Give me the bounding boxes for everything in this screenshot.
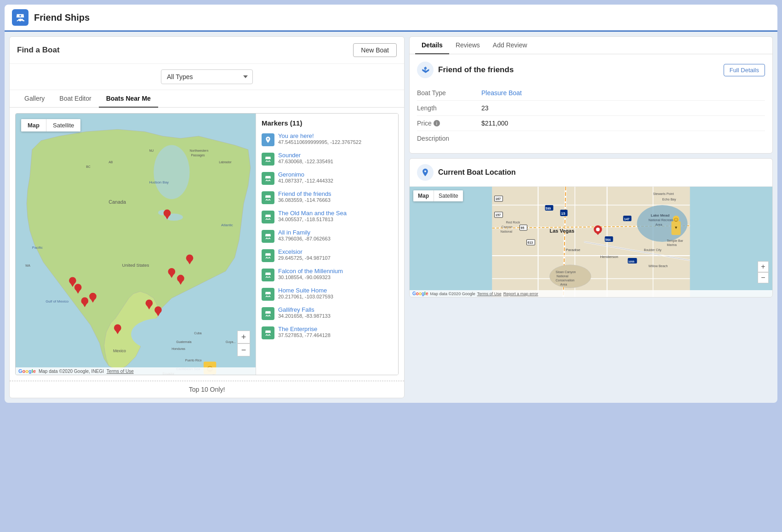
- location-google-logo: Google: [412, 291, 428, 296]
- location-terms-link[interactable]: Terms of Use: [477, 292, 502, 296]
- right-panel: Details Reviews Add Review: [409, 36, 773, 398]
- tab-gallery[interactable]: Gallery: [17, 90, 52, 108]
- svg-text:Willow Beach: Willow Beach: [649, 264, 668, 268]
- svg-text:Mexico: Mexico: [113, 349, 126, 353]
- svg-text:WA: WA: [25, 264, 30, 267]
- marker-item-old-man-sea[interactable]: The Old Man and the Sea 34.005537, -118.…: [262, 210, 393, 223]
- marker-item-sounder[interactable]: Sounder 47.630068, -122.335491: [262, 152, 393, 166]
- marker-item-excelsior[interactable]: Excelsior 29.645725, -94.987107: [262, 248, 393, 262]
- new-boat-button[interactable]: New Boat: [353, 43, 397, 57]
- marker-info-friend-of-friends: Friend of the friends 36.083559, -114.76…: [278, 190, 331, 203]
- price-info-icon[interactable]: i: [434, 120, 440, 126]
- marker-item-falcon[interactable]: Falcon of the Millennium 30.108554, -90.…: [262, 268, 393, 281]
- location-map-view-controls: Map Satellite: [413, 190, 463, 201]
- location-report-link[interactable]: Report a map error: [503, 292, 538, 296]
- map-zoom-controls: + −: [237, 331, 250, 356]
- google-logo: Google: [18, 368, 36, 374]
- marker-item-geronimo[interactable]: Geronimo 41.087337, -112.444332: [262, 171, 393, 185]
- location-zoom-out-button[interactable]: −: [758, 272, 769, 283]
- zoom-out-button[interactable]: −: [237, 343, 250, 356]
- marker-name-home-suite-home[interactable]: Home Suite Home: [278, 287, 333, 294]
- svg-text:95: 95: [521, 226, 525, 229]
- location-map-data: Map data ©2020 Google: [430, 292, 475, 296]
- app-header: Friend Ships: [5, 5, 777, 32]
- ship-icon: [15, 12, 25, 23]
- filter-bar: All Types Pleasure Boat Sailboat Yacht F…: [10, 64, 404, 90]
- markers-title: Markers (11): [262, 119, 393, 127]
- top10-label: Top 10 Only!: [189, 386, 225, 393]
- tab-add-review[interactable]: Add Review: [486, 37, 534, 54]
- terms-link[interactable]: Terms of Use: [107, 369, 134, 374]
- zoom-in-button[interactable]: +: [237, 331, 250, 343]
- boat-marker-icon-enterprise: [262, 326, 274, 339]
- boat-price-row: Price i $211,000: [417, 116, 765, 131]
- boat-type-value[interactable]: Pleasure Boat: [481, 89, 522, 97]
- svg-text:Cuba: Cuba: [194, 332, 202, 335]
- top10-bar: Top 10 Only!: [10, 381, 404, 398]
- marker-item-the-enterprise[interactable]: The Enterprise 37.527853, -77.464128: [262, 326, 393, 339]
- marker-name-geronimo[interactable]: Geronimo: [278, 171, 333, 178]
- svg-text:Pacific: Pacific: [32, 246, 43, 250]
- svg-text:Passages: Passages: [191, 154, 205, 157]
- location-zoom-in-button[interactable]: +: [758, 261, 769, 272]
- svg-text:15: 15: [561, 212, 565, 216]
- location-map-button[interactable]: Map: [413, 190, 434, 201]
- marker-coords-enterprise: 37.527853, -77.464128: [278, 332, 331, 338]
- marker-name-friend-of-friends[interactable]: Friend of the friends: [278, 190, 331, 197]
- tab-boat-editor[interactable]: Boat Editor: [52, 90, 98, 108]
- svg-text:Paradise: Paradise: [566, 248, 581, 252]
- tab-reviews[interactable]: Reviews: [449, 37, 486, 54]
- marker-info-old-man-sea: The Old Man and the Sea 34.005537, -118.…: [278, 210, 347, 222]
- svg-text:Northwestern: Northwestern: [190, 149, 209, 152]
- boat-description-label: Description: [417, 135, 481, 142]
- marker-name-old-man-sea[interactable]: The Old Man and the Sea: [278, 210, 347, 217]
- details-card: Details Reviews Add Review: [409, 36, 773, 154]
- marker-name-falcon[interactable]: Falcon of the Millennium: [278, 268, 343, 275]
- location-map-footer: Google Map data ©2020 Google Terms of Us…: [410, 290, 772, 297]
- svg-text:157: 157: [496, 213, 501, 217]
- satellite-view-button[interactable]: Satellite: [46, 119, 80, 132]
- details-tabs: Details Reviews Add Review: [410, 37, 772, 54]
- marker-item-friend-of-friends[interactable]: Friend of the friends 36.083559, -114.76…: [262, 190, 393, 204]
- marker-item-gallifrey-falls[interactable]: Gallifrey Falls 34.201658, -83.987133: [262, 306, 393, 320]
- marker-name[interactable]: You are here!: [278, 132, 361, 139]
- main-map[interactable]: Map Satellite: [16, 114, 256, 375]
- map-view-button[interactable]: Map: [21, 119, 46, 132]
- marker-name-all-in-family[interactable]: All in Family: [278, 229, 331, 236]
- svg-text:Labrador: Labrador: [219, 160, 232, 164]
- marker-name-excelsior[interactable]: Excelsior: [278, 248, 331, 255]
- full-details-button[interactable]: Full Details: [724, 64, 765, 76]
- svg-text:Red Rock: Red Rock: [506, 221, 520, 224]
- marker-name-enterprise[interactable]: The Enterprise: [278, 326, 331, 332]
- location-map[interactable]: Map Satellite: [410, 187, 772, 297]
- marker-name-gallifrey-falls[interactable]: Gallifrey Falls: [278, 306, 331, 313]
- marker-name-sounder[interactable]: Sounder: [278, 152, 333, 159]
- tab-details[interactable]: Details: [415, 37, 449, 54]
- svg-text:Las Vegas: Las Vegas: [550, 228, 575, 234]
- boat-header-left: Friend of the friends: [417, 62, 514, 78]
- svg-text:Marina: Marina: [667, 243, 677, 246]
- svg-text:1055: 1055: [628, 260, 635, 263]
- location-title: Current Boat Location: [438, 168, 516, 177]
- svg-text:Guatemala: Guatemala: [176, 340, 192, 343]
- marker-info-enterprise: The Enterprise 37.527853, -77.464128: [278, 326, 331, 338]
- tab-boats-near-me[interactable]: Boats Near Me: [99, 90, 158, 108]
- marker-item-you-are-here[interactable]: You are here! 47.545110699999995, -122.3…: [262, 132, 393, 146]
- svg-text:Canyon: Canyon: [502, 225, 513, 229]
- boat-price-label: Price i: [417, 120, 481, 127]
- svg-text:▾: ▾: [675, 225, 677, 230]
- user-location-icon: [262, 133, 274, 146]
- svg-text:Area: Area: [560, 283, 567, 286]
- marker-item-all-in-family[interactable]: All in Family 43.796036, -87.062663: [262, 229, 393, 243]
- svg-point-1: [131, 319, 185, 350]
- tabs-bar: Gallery Boat Editor Boats Near Me: [10, 90, 404, 108]
- marker-info-gallifrey-falls: Gallifrey Falls 34.201658, -83.987133: [278, 306, 331, 319]
- svg-text:Hudson Bay: Hudson Bay: [149, 180, 169, 184]
- svg-text:Puerto Rico: Puerto Rico: [185, 359, 202, 362]
- svg-text:Stewarts Point: Stewarts Point: [653, 192, 674, 195]
- type-filter-select[interactable]: All Types Pleasure Boat Sailboat Yacht F…: [161, 69, 253, 84]
- marker-item-home-suite-home[interactable]: Home Suite Home 20.217061, -103.027593: [262, 287, 393, 301]
- svg-text:BC: BC: [86, 165, 91, 168]
- location-satellite-button[interactable]: Satellite: [434, 190, 463, 201]
- boat-marker-icon-home: [262, 288, 274, 301]
